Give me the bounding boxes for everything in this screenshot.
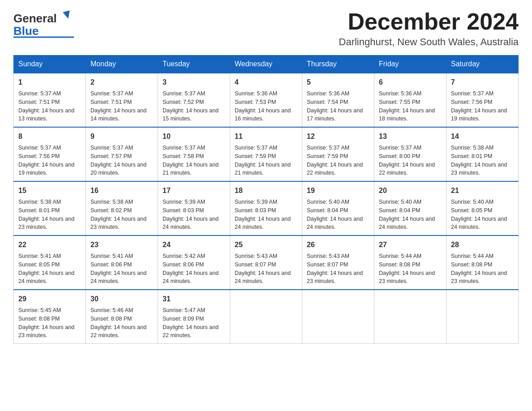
day-info: Sunrise: 5:39 AMSunset: 8:03 PMDaylight:… [163,198,225,231]
page-header: General Blue December 2024 Darlinghurst,… [13,9,519,48]
calendar-cell: 23Sunrise: 5:41 AMSunset: 8:06 PMDayligh… [86,235,158,290]
day-info: Sunrise: 5:37 AMSunset: 7:56 PMDaylight:… [451,90,514,123]
day-info: Sunrise: 5:37 AMSunset: 7:51 PMDaylight:… [18,90,81,123]
day-number: 8 [18,131,81,142]
day-info: Sunrise: 5:36 AMSunset: 7:54 PMDaylight:… [307,90,369,123]
day-number: 31 [163,294,225,304]
calendar-cell: 19Sunrise: 5:40 AMSunset: 8:04 PMDayligh… [302,181,374,235]
day-info: Sunrise: 5:36 AMSunset: 7:53 PMDaylight:… [235,90,297,123]
day-info: Sunrise: 5:37 AMSunset: 7:51 PMDaylight:… [90,90,153,123]
weekday-header-sunday: Sunday [14,56,86,73]
logo: General Blue [13,9,76,38]
weekday-header-thursday: Thursday [302,56,374,73]
day-number: 6 [379,77,442,88]
day-info: Sunrise: 5:38 AMSunset: 8:01 PMDaylight:… [18,198,81,231]
weekday-header-row: SundayMondayTuesdayWednesdayThursdayFrid… [14,56,519,73]
day-number: 22 [18,240,81,250]
calendar-week-row: 22Sunrise: 5:41 AMSunset: 8:05 PMDayligh… [14,235,519,290]
day-number: 4 [235,77,297,88]
title-area: December 2024 Darlinghurst, New South Wa… [339,9,519,48]
calendar-cell: 14Sunrise: 5:38 AMSunset: 8:01 PMDayligh… [446,127,519,181]
calendar-cell: 11Sunrise: 5:37 AMSunset: 7:59 PMDayligh… [230,127,302,181]
weekday-header-saturday: Saturday [446,56,519,73]
day-info: Sunrise: 5:43 AMSunset: 8:07 PMDaylight:… [235,252,297,286]
calendar-week-row: 8Sunrise: 5:37 AMSunset: 7:56 PMDaylight… [14,127,519,181]
day-info: Sunrise: 5:37 AMSunset: 7:52 PMDaylight:… [163,90,225,123]
calendar-cell: 21Sunrise: 5:40 AMSunset: 8:05 PMDayligh… [446,181,519,235]
calendar-table: SundayMondayTuesdayWednesdayThursdayFrid… [13,55,519,344]
calendar-cell: 24Sunrise: 5:42 AMSunset: 8:06 PMDayligh… [158,235,230,290]
calendar-cell [230,290,302,344]
day-number: 9 [90,131,153,142]
location-title: Darlinghurst, New South Wales, Australia [339,36,519,48]
day-number: 26 [307,240,369,250]
calendar-cell: 7Sunrise: 5:37 AMSunset: 7:56 PMDaylight… [446,73,519,127]
day-info: Sunrise: 5:40 AMSunset: 8:04 PMDaylight:… [307,198,369,231]
calendar-cell: 26Sunrise: 5:43 AMSunset: 8:07 PMDayligh… [302,235,374,290]
day-number: 27 [379,240,442,250]
calendar-cell: 28Sunrise: 5:44 AMSunset: 8:08 PMDayligh… [446,235,519,290]
day-info: Sunrise: 5:39 AMSunset: 8:03 PMDaylight:… [235,198,297,231]
calendar-cell: 5Sunrise: 5:36 AMSunset: 7:54 PMDaylight… [302,73,374,127]
calendar-cell: 13Sunrise: 5:37 AMSunset: 8:00 PMDayligh… [374,127,446,181]
calendar-cell: 3Sunrise: 5:37 AMSunset: 7:52 PMDaylight… [158,73,230,127]
day-number: 17 [163,185,225,196]
calendar-cell: 8Sunrise: 5:37 AMSunset: 7:56 PMDaylight… [14,127,86,181]
weekday-header-monday: Monday [86,56,158,73]
calendar-cell: 22Sunrise: 5:41 AMSunset: 8:05 PMDayligh… [14,235,86,290]
day-info: Sunrise: 5:41 AMSunset: 8:05 PMDaylight:… [18,252,81,286]
calendar-cell: 29Sunrise: 5:45 AMSunset: 8:08 PMDayligh… [14,290,86,344]
day-number: 11 [235,131,297,142]
month-title: December 2024 [339,9,519,34]
calendar-cell: 16Sunrise: 5:38 AMSunset: 8:02 PMDayligh… [86,181,158,235]
day-info: Sunrise: 5:37 AMSunset: 7:58 PMDaylight:… [163,144,225,177]
day-number: 5 [307,77,369,88]
day-number: 1 [18,77,81,88]
day-number: 18 [235,185,297,196]
day-info: Sunrise: 5:37 AMSunset: 8:00 PMDaylight:… [379,144,442,177]
day-info: Sunrise: 5:37 AMSunset: 7:57 PMDaylight:… [90,144,153,177]
svg-marker-1 [63,10,72,20]
day-info: Sunrise: 5:44 AMSunset: 8:08 PMDaylight:… [451,252,514,286]
day-info: Sunrise: 5:42 AMSunset: 8:06 PMDaylight:… [163,252,225,286]
day-number: 24 [163,240,225,250]
calendar-cell: 20Sunrise: 5:40 AMSunset: 8:04 PMDayligh… [374,181,446,235]
calendar-cell: 12Sunrise: 5:37 AMSunset: 7:59 PMDayligh… [302,127,374,181]
day-info: Sunrise: 5:44 AMSunset: 8:08 PMDaylight:… [379,252,442,286]
day-info: Sunrise: 5:38 AMSunset: 8:01 PMDaylight:… [451,144,514,177]
calendar-cell: 27Sunrise: 5:44 AMSunset: 8:08 PMDayligh… [374,235,446,290]
calendar-cell: 2Sunrise: 5:37 AMSunset: 7:51 PMDaylight… [86,73,158,127]
day-number: 21 [451,185,514,196]
day-number: 25 [235,240,297,250]
calendar-cell [446,290,519,344]
day-number: 28 [451,240,514,250]
calendar-week-row: 29Sunrise: 5:45 AMSunset: 8:08 PMDayligh… [14,290,519,344]
svg-text:Blue: Blue [13,24,39,38]
day-info: Sunrise: 5:40 AMSunset: 8:05 PMDaylight:… [451,198,514,231]
calendar-cell: 15Sunrise: 5:38 AMSunset: 8:01 PMDayligh… [14,181,86,235]
weekday-header-tuesday: Tuesday [158,56,230,73]
calendar-cell: 10Sunrise: 5:37 AMSunset: 7:58 PMDayligh… [158,127,230,181]
calendar-cell [374,290,446,344]
day-info: Sunrise: 5:45 AMSunset: 8:08 PMDaylight:… [18,306,81,340]
calendar-cell: 4Sunrise: 5:36 AMSunset: 7:53 PMDaylight… [230,73,302,127]
day-number: 14 [451,131,514,142]
day-number: 15 [18,185,81,196]
day-number: 12 [307,131,369,142]
calendar-week-row: 15Sunrise: 5:38 AMSunset: 8:01 PMDayligh… [14,181,519,235]
day-info: Sunrise: 5:37 AMSunset: 7:59 PMDaylight:… [307,144,369,177]
calendar-cell: 25Sunrise: 5:43 AMSunset: 8:07 PMDayligh… [230,235,302,290]
day-info: Sunrise: 5:36 AMSunset: 7:55 PMDaylight:… [379,90,442,123]
day-info: Sunrise: 5:37 AMSunset: 7:56 PMDaylight:… [18,144,81,177]
calendar-cell: 1Sunrise: 5:37 AMSunset: 7:51 PMDaylight… [14,73,86,127]
day-info: Sunrise: 5:41 AMSunset: 8:06 PMDaylight:… [90,252,153,286]
calendar-cell: 18Sunrise: 5:39 AMSunset: 8:03 PMDayligh… [230,181,302,235]
day-number: 13 [379,131,442,142]
day-number: 20 [379,185,442,196]
day-info: Sunrise: 5:46 AMSunset: 8:08 PMDaylight:… [90,306,153,340]
day-number: 16 [90,185,153,196]
logo-svg: General Blue [13,9,76,38]
svg-text:General: General [13,12,57,25]
day-number: 19 [307,185,369,196]
day-info: Sunrise: 5:47 AMSunset: 8:09 PMDaylight:… [163,306,225,340]
